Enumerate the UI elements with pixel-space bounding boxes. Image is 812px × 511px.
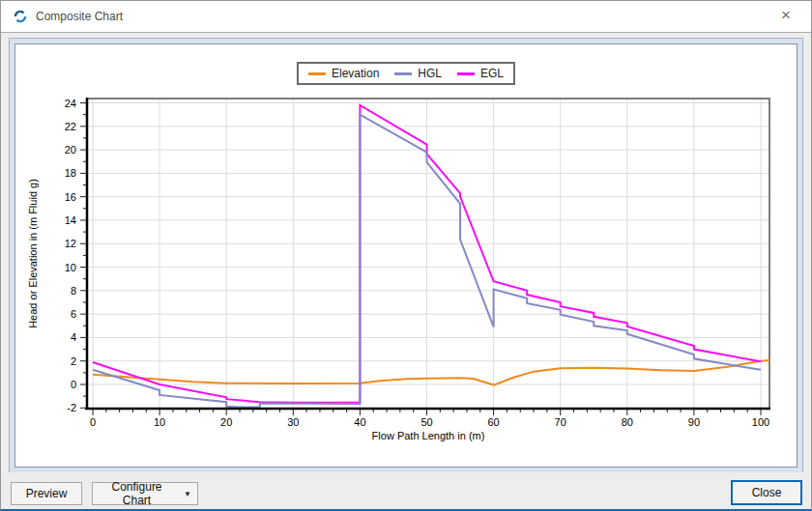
chart-text: 8 [71,285,76,297]
close-icon[interactable]: × [777,6,795,25]
composite-chart: 0102030405060708090100-20246810121416182… [15,44,798,467]
chart-text: 50 [420,416,432,428]
chart-text: 10 [154,416,165,428]
chart-text: 14 [65,214,76,226]
chart-text: 0 [71,379,76,390]
chart-text: -2 [67,402,76,413]
chart-text: 2 [71,355,76,367]
chart-text: 70 [555,416,566,428]
chart-text: 24 [65,98,76,109]
chart-legend: ElevationHGLEGL [297,62,515,85]
configure-chart-label: Configure Chart [99,480,175,507]
chart-text: 16 [65,191,76,203]
chart-text: 18 [65,167,76,179]
chart-text: 22 [65,121,76,132]
composite-chart-dialog: Composite Chart × 0102030405060708090100… [0,0,812,511]
chart-text: 40 [354,416,365,428]
legend-swatch-elevation [308,72,326,75]
chart-area: 0102030405060708090100-20246810121416182… [14,43,798,468]
chart-text: 90 [688,416,700,428]
legend-item-hgl: HGL [394,67,442,80]
configure-chart-button[interactable]: Configure Chart ▼ [92,482,198,505]
chart-text: 0 [90,416,96,428]
chart-text: 4 [71,331,76,343]
series-elevation-line [93,360,769,385]
legend-swatch-egl [457,72,475,75]
chart-text: 20 [65,144,76,156]
legend-item-egl: EGL [457,67,504,80]
chart-text: 30 [287,416,299,428]
chart-text: 100 [752,416,769,428]
legend-swatch-hgl [394,72,412,75]
chart-text: 10 [65,262,76,273]
chart-panel: 0102030405060708090100-20246810121416182… [9,38,803,473]
footer-bar: Preview Configure Chart ▼ Close [1,472,811,509]
legend-label-egl: EGL [480,67,504,80]
chart-text: 12 [65,238,76,249]
chart-text: Head or Elevation in (m Fluid g) [27,179,39,328]
chart-text: Flow Path Length in (m) [372,430,485,441]
chart-text: 6 [71,308,76,320]
chart-text: 80 [622,416,633,428]
legend-item-elevation: Elevation [308,67,379,80]
preview-button[interactable]: Preview [11,482,82,505]
legend-label-hgl: HGL [418,67,442,80]
chart-text: 20 [220,416,232,428]
window-title: Composite Chart [36,10,123,23]
chart-text: 60 [487,416,499,428]
title-bar: Composite Chart × [1,1,811,33]
chevron-down-icon: ▼ [184,490,191,498]
composite-chart-icon [14,10,27,23]
close-button[interactable]: Close [731,480,802,505]
legend-label-elevation: Elevation [332,67,379,80]
